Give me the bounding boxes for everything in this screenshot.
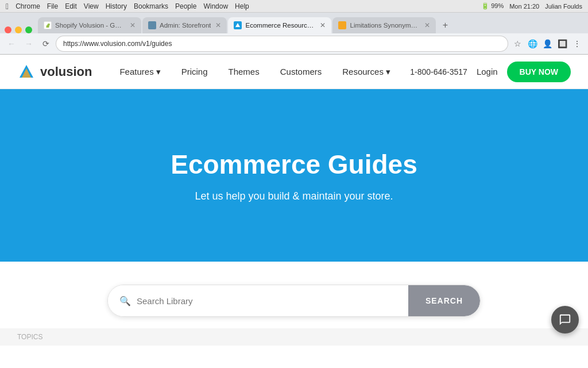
hero-section: Ecommerce Guides Let us help you build &… [0, 89, 588, 262]
tabs-bar: Shopify Volusion - Google Doc... ✕ Admin… [0, 13, 588, 33]
tab-limitations[interactable]: Limitations Synonyms, Limitat... ✕ [332, 17, 436, 33]
nav-resources[interactable]: Resources ▾ [332, 55, 401, 89]
apple-icon[interactable]:  [6, 2, 9, 11]
time-display: Mon 21:20 [509, 3, 539, 10]
menu-bookmarks[interactable]: Bookmarks [134, 2, 168, 10]
translate-icon[interactable]: 🌐 [526, 37, 539, 50]
site-nav: Features ▾ Pricing Themes Customers Reso… [109, 55, 410, 89]
chat-icon [559, 313, 571, 326]
nav-customers[interactable]: Customers [270, 55, 332, 89]
bottom-strip: TOPICS [0, 328, 588, 346]
svg-marker-0 [235, 23, 240, 27]
search-section: 🔍 SEARCH [0, 262, 588, 328]
chat-widget[interactable] [551, 306, 579, 334]
tab-label-volusion: Ecommerce Resources, Trainin... [245, 22, 315, 29]
tab-label-admin: Admin: Storefront [160, 22, 211, 29]
menu-edit[interactable]: Edit [65, 2, 77, 10]
back-button[interactable]: ← [5, 37, 18, 51]
hero-title: Ecommerce Guides [171, 149, 417, 180]
reload-button[interactable]: ⟳ [39, 37, 53, 51]
menu-icon[interactable]: ⋮ [571, 37, 583, 50]
tab-favicon-shopify [44, 21, 52, 29]
extension-icon[interactable]: 🔲 [556, 37, 568, 50]
mac-os-bar:  Chrome File Edit View History Bookmark… [0, 0, 588, 13]
window-close[interactable] [5, 26, 11, 33]
login-button[interactable]: Login [477, 67, 498, 76]
tab-close-admin[interactable]: ✕ [215, 21, 221, 29]
menu-window[interactable]: Window [203, 2, 228, 10]
browser-chrome: Shopify Volusion - Google Doc... ✕ Admin… [0, 13, 588, 55]
nav-features[interactable]: Features ▾ [109, 55, 171, 89]
app-name: Chrome [16, 2, 40, 10]
nav-pricing[interactable]: Pricing [171, 55, 218, 89]
logo-text: volusion [40, 64, 92, 79]
menu-file[interactable]: File [47, 2, 58, 10]
url-bar-row: ← → ⟳ ☆ 🌐 👤 🔲 ⋮ [0, 33, 588, 54]
tab-close-limitations[interactable]: ✕ [424, 21, 430, 29]
menu-history[interactable]: History [106, 2, 127, 10]
bookmark-icon[interactable]: ☆ [511, 37, 524, 50]
window-maximize[interactable] [25, 26, 32, 33]
resources-dropdown-icon: ▾ [386, 67, 390, 77]
search-input[interactable] [137, 296, 397, 306]
window-minimize[interactable] [15, 26, 22, 33]
tab-volusion[interactable]: Ecommerce Resources, Trainin... ✕ [228, 17, 331, 33]
forward-button[interactable]: → [22, 37, 36, 51]
toolbar-icons: ☆ 🌐 👤 🔲 ⋮ [511, 37, 583, 50]
tab-admin[interactable]: Admin: Storefront ✕ [142, 17, 227, 33]
search-icon: 🔍 [119, 296, 131, 306]
site-header: volusion Features ▾ Pricing Themes Custo… [0, 55, 588, 89]
search-button[interactable]: SEARCH [408, 285, 480, 316]
menu-people[interactable]: People [175, 2, 196, 10]
search-bar: 🔍 SEARCH [107, 285, 481, 317]
site-header-right: 1-800-646-3517 Login BUY NOW [410, 62, 571, 82]
menu-help[interactable]: Help [235, 2, 249, 10]
features-dropdown-icon: ▾ [156, 67, 161, 77]
search-input-wrap: 🔍 [108, 285, 408, 316]
phone-number: 1-800-646-3517 [410, 67, 467, 76]
tab-label-limitations: Limitations Synonyms, Limitat... [350, 22, 420, 29]
battery-status: 🔋 99% [481, 2, 504, 10]
tab-favicon-volusion [234, 21, 242, 29]
buy-now-button[interactable]: BUY NOW [507, 62, 571, 82]
topics-label: TOPICS [17, 333, 42, 341]
tab-favicon-admin [148, 21, 156, 29]
hero-subtitle: Let us help you build & maintain your st… [195, 190, 393, 202]
menu-view[interactable]: View [84, 2, 99, 10]
tab-close-shopify[interactable]: ✕ [130, 21, 136, 29]
nav-themes[interactable]: Themes [218, 55, 270, 89]
tab-label-shopify: Shopify Volusion - Google Doc... [55, 22, 125, 29]
tab-shopify[interactable]: Shopify Volusion - Google Doc... ✕ [38, 17, 141, 33]
tab-favicon-limitations [338, 21, 346, 29]
user-name: Julian Foulds [545, 3, 582, 10]
site-logo[interactable]: volusion [17, 63, 92, 81]
logo-icon [17, 63, 36, 81]
url-input[interactable] [56, 36, 508, 51]
profile-icon[interactable]: 👤 [541, 37, 554, 50]
tab-close-volusion[interactable]: ✕ [320, 21, 326, 29]
new-tab-button[interactable]: + [437, 17, 453, 33]
